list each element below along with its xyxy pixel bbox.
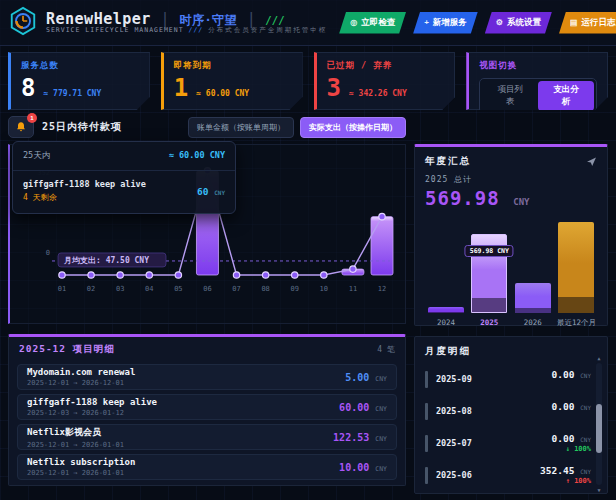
item-amount: 10.00 CNY: [339, 462, 387, 473]
tagline-separator: ///: [189, 26, 204, 34]
annual-bar-chart: 569.98 CNY: [425, 217, 597, 313]
scroll-up-icon[interactable]: ▲: [596, 355, 602, 361]
svg-text:08: 08: [261, 285, 269, 293]
month-change: [552, 381, 591, 389]
amount-currency: CNY: [375, 405, 387, 413]
tab-actual-expense[interactable]: 实际支出（按操作日期）: [300, 117, 406, 138]
item-date-range: 2025-12-03 → 2026-01-12: [27, 409, 157, 417]
annual-bar[interactable]: [514, 283, 552, 313]
monthly-details-panel: 月度明细 2025-09 0.00 CNY 2025-08 0.00 CNY: [414, 336, 608, 494]
annual-total-number: 569.98: [425, 187, 500, 209]
annual-bar-label[interactable]: 最近12个月: [557, 318, 595, 328]
view-option-expense-analysis[interactable]: 支出分析: [538, 81, 594, 111]
dashboard: RenewHelper | 时序·守望 | /// SERVICE LIFECY…: [0, 0, 616, 500]
month-amount: 0.00: [552, 369, 575, 380]
annual-bar-label[interactable]: 2026: [514, 318, 552, 328]
tab-bill-amount[interactable]: 账单金额（按账单周期）: [188, 117, 294, 138]
annual-bar[interactable]: [557, 222, 595, 313]
amount-number: 60.00: [339, 402, 369, 413]
left-column: 1 25日内待付款项 账单金额（按账单周期） 实际支出（按操作日期） 25天内 …: [8, 114, 406, 494]
send-icon[interactable]: [586, 156, 597, 167]
view-option-project-list[interactable]: 项目列表: [482, 81, 538, 111]
annual-bar-label[interactable]: 2025: [470, 318, 508, 328]
header-actions: ◎ 立即检查 + 新增服务 ⚙ 系统设置 ▤ 运行日志 EN ☀ ○ 安全退出: [339, 12, 616, 34]
annual-bar[interactable]: [427, 307, 465, 313]
amount-currency: CNY: [580, 372, 591, 379]
annual-total-currency: CNY: [513, 197, 529, 207]
app-subtitle-cn: 时序·守望: [179, 13, 237, 27]
stat-approx-amount: ≈ 60.00 CNY: [196, 89, 249, 98]
gear-icon: ⚙: [496, 18, 503, 27]
app-tagline: SERVICE LIFECYCLE MANAGEMENT /// 分布式会员资产…: [46, 27, 327, 34]
dropdown-item[interactable]: giffgaff-1188 keep alive 4 天剩余 60 CNY: [13, 171, 235, 213]
add-service-label: 新增服务: [433, 17, 467, 29]
scrollbar[interactable]: ▲ ▼: [596, 363, 602, 485]
amount-currency: CNY: [580, 436, 591, 443]
scrollbar-thumb[interactable]: [596, 404, 602, 453]
amount-currency: CNY: [580, 468, 591, 475]
notification-dropdown: 25天内 ≈ 60.00 CNY giffgaff-1188 keep aliv…: [12, 141, 236, 214]
check-now-button[interactable]: ◎ 立即检查: [339, 12, 406, 34]
upcoming-payments-title: 25日内待付款项: [42, 120, 122, 134]
run-log-button[interactable]: ▤ 运行日志: [559, 12, 616, 34]
dropdown-item-name: giffgaff-1188 keep alive: [23, 179, 146, 189]
svg-text:月均支出: 47.50 CNY: 月均支出: 47.50 CNY: [63, 256, 149, 265]
monthly-row[interactable]: 2025-06 352.45 CNY ↑ 100%: [425, 460, 591, 490]
add-service-button[interactable]: + 新增服务: [413, 12, 478, 34]
title-divider: |: [160, 10, 170, 28]
annual-total: 569.98 CNY: [425, 187, 597, 209]
svg-text:02: 02: [87, 285, 95, 293]
item-amount: 5.00 CNY: [345, 372, 387, 383]
svg-text:09: 09: [291, 285, 299, 293]
annual-bar-label[interactable]: 2024: [427, 318, 465, 328]
detail-item-row[interactable]: Netflix影视会员 2025-12-01 → 2026-01-01 122.…: [17, 424, 397, 450]
chart-header-row: 1 25日内待付款项 账单金额（按账单周期） 实际支出（按操作日期）: [8, 114, 406, 140]
svg-text:0: 0: [46, 249, 50, 257]
month-label: 2025-06: [436, 470, 472, 480]
item-date-range: 2025-12-01 → 2026-01-01: [27, 441, 124, 449]
amount-currency: CNY: [214, 189, 225, 196]
stat-approx-amount: ≈ 779.71 CNY: [43, 89, 101, 98]
annual-bar[interactable]: 569.98 CNY: [470, 234, 508, 313]
month-label: 2025-09: [436, 374, 472, 384]
month-label: 2025-07: [436, 438, 472, 448]
svg-text:12: 12: [378, 285, 386, 293]
view-switch-card: 视图切换 项目列表 支出分析: [466, 52, 608, 110]
item-amount: 60.00 CNY: [339, 402, 387, 413]
monthly-row[interactable]: 2025-09 0.00 CNY: [425, 364, 591, 394]
detail-item-row[interactable]: Netflix subscription 2025-12-01 → 2026-0…: [17, 454, 397, 480]
scroll-down-icon[interactable]: ▼: [596, 487, 602, 493]
monthly-row[interactable]: 2025-07 0.00 CNY ↓ 100%: [425, 428, 591, 458]
document-icon: ▤: [570, 18, 578, 27]
annual-bar-value-label: 569.98 CNY: [465, 245, 514, 257]
run-log-label: 运行日志: [582, 17, 616, 29]
svg-text:01: 01: [58, 285, 66, 293]
settings-button[interactable]: ⚙ 系统设置: [485, 12, 552, 34]
stat-card-total-services: 服务总数 8 ≈ 779.71 CNY: [8, 52, 150, 110]
settings-label: 系统设置: [507, 17, 541, 29]
dropdown-item-amount: 60 CNY: [197, 186, 225, 197]
stat-label: 即将到期: [174, 60, 292, 72]
notifications-button[interactable]: 1: [8, 116, 34, 138]
svg-text:03: 03: [116, 285, 124, 293]
detail-item-row[interactable]: Mydomain.com renewal 2025-12-01 → 2026-1…: [17, 364, 397, 390]
scan-icon: ◎: [350, 18, 357, 27]
detail-item-row[interactable]: giffgaff-1188 keep alive 2025-12-03 → 20…: [17, 394, 397, 420]
month-change: ↑ 100%: [540, 477, 591, 485]
app-title-block: RenewHelper | 时序·守望 | /// SERVICE LIFECY…: [46, 11, 327, 35]
bell-icon: [15, 121, 27, 133]
right-column: 年度汇总 2025 总计 569.98 CNY 569.98 CNY 20242…: [414, 114, 608, 494]
amount-number: 60: [197, 186, 208, 197]
notification-badge: 1: [27, 113, 37, 123]
monthly-row[interactable]: 2025-08 0.00 CNY: [425, 396, 591, 426]
month-accent-bar: [425, 435, 428, 452]
stat-card-expiring-soon: 即将到期 1 ≈ 60.00 CNY: [161, 52, 303, 110]
month-amount: 0.00: [552, 433, 575, 444]
annual-bar-labels: 202420252026最近12个月: [425, 318, 597, 328]
amount-currency: CNY: [375, 375, 387, 383]
svg-text:06: 06: [203, 285, 211, 293]
stat-value: 1: [174, 76, 188, 100]
svg-text:10: 10: [320, 285, 328, 293]
app-name: RenewHelper: [46, 10, 151, 28]
month-change: [552, 413, 591, 421]
